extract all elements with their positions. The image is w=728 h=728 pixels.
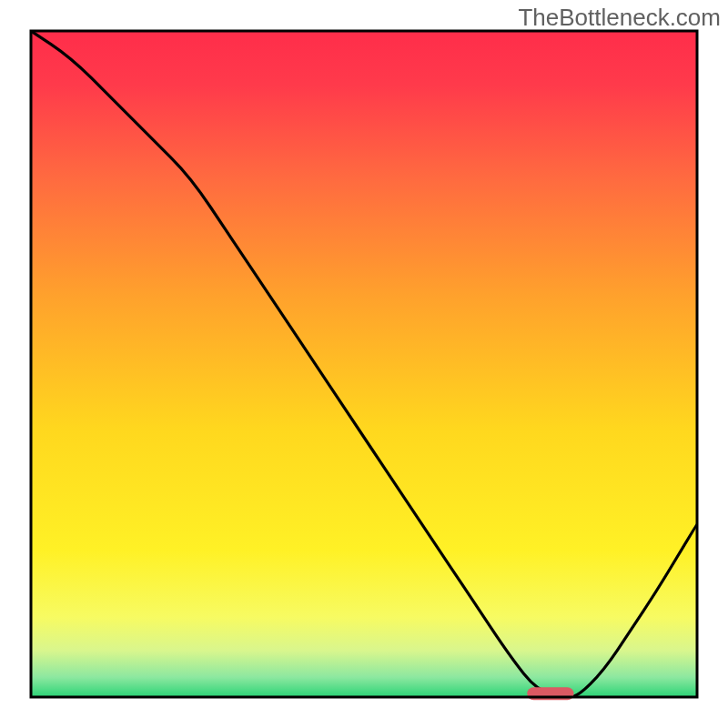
watermark-text: TheBottleneck.com [518,4,721,32]
gradient-background [31,31,697,697]
chart-canvas [0,0,728,728]
